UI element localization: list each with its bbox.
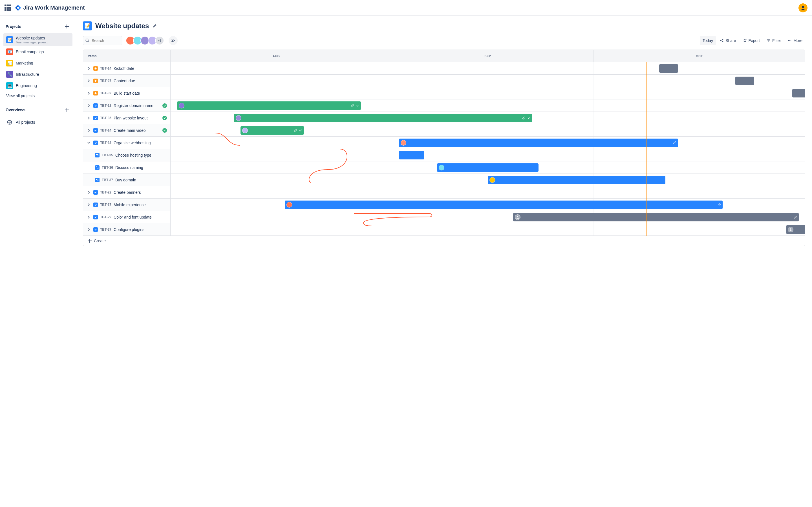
expand-toggle[interactable] xyxy=(87,203,91,206)
issue-summary[interactable]: Discuss naming xyxy=(115,165,143,170)
timeline-item-cell[interactable]: TBT-27Content due xyxy=(83,75,170,87)
expand-toggle[interactable] xyxy=(87,142,91,144)
issue-key[interactable]: TBT-14 xyxy=(100,128,111,132)
expand-toggle[interactable] xyxy=(87,67,91,70)
expand-toggle[interactable] xyxy=(87,216,91,219)
expand-toggle[interactable] xyxy=(87,117,91,119)
sidebar-item[interactable]: 📝 Website updatesTeam-managed project xyxy=(3,33,72,46)
expand-toggle[interactable] xyxy=(87,92,91,95)
issue-key[interactable]: TBT-35 xyxy=(100,116,111,120)
timeline-bar[interactable] xyxy=(177,101,361,110)
app-switcher-icon[interactable] xyxy=(4,4,11,11)
timeline-bar[interactable] xyxy=(241,126,304,135)
timeline-item-cell[interactable]: TBT-29Color and font update xyxy=(83,211,170,223)
timeline-chart-cell[interactable] xyxy=(170,186,805,198)
timeline-bar[interactable] xyxy=(659,64,678,73)
expand-toggle[interactable] xyxy=(87,104,91,107)
timeline-item-cell[interactable]: TBT-37Buy domain xyxy=(83,174,170,186)
add-people-button[interactable] xyxy=(168,36,177,45)
timeline-chart-cell[interactable] xyxy=(170,136,805,149)
export-button[interactable]: Export xyxy=(740,36,763,45)
sidebar-item[interactable]: 📊 Marketing xyxy=(3,57,72,69)
timeline-item-cell[interactable]: TBT-17Mobile experience xyxy=(83,199,170,211)
issue-key[interactable]: TBT-22 xyxy=(100,190,111,194)
timeline-item-cell[interactable]: TBT-12Register domain name xyxy=(83,100,170,112)
issue-key[interactable]: TBT-37 xyxy=(102,178,113,182)
issue-key[interactable]: TBT-32 xyxy=(100,91,111,95)
timeline-item-cell[interactable]: TBT-27Configure plugins xyxy=(83,223,170,235)
create-issue-button[interactable]: Create xyxy=(83,236,805,246)
issue-summary[interactable]: Build start date xyxy=(114,91,140,96)
timeline-chart-cell[interactable] xyxy=(170,174,805,186)
timeline-item-cell[interactable]: TBT-33Organize webhosting xyxy=(83,136,170,149)
timeline-chart-cell[interactable] xyxy=(170,87,805,99)
sidebar-item-all-projects[interactable]: All projects xyxy=(3,117,72,128)
add-project-button[interactable] xyxy=(63,23,70,30)
today-button[interactable]: Today xyxy=(700,36,716,45)
timeline-chart-cell[interactable] xyxy=(170,223,805,235)
timeline-chart-cell[interactable] xyxy=(170,124,805,136)
issue-summary[interactable]: Mobile experience xyxy=(114,203,146,207)
timeline-item-cell[interactable]: TBT-14Kickoff date xyxy=(83,62,170,74)
assignee-filter-avatars[interactable]: +3 xyxy=(126,36,164,45)
timeline-chart-cell[interactable] xyxy=(170,112,805,124)
share-button[interactable]: Share xyxy=(717,36,739,45)
timeline-chart-cell[interactable] xyxy=(170,199,805,211)
timeline-bar[interactable] xyxy=(488,176,665,184)
expand-toggle[interactable] xyxy=(87,129,91,132)
issue-key[interactable]: TBT-27 xyxy=(100,79,111,83)
timeline-chart-cell[interactable] xyxy=(170,75,805,87)
timeline-bar[interactable] xyxy=(234,114,532,122)
sidebar-item[interactable]: 🔧 Infrastructure xyxy=(3,69,72,80)
timeline-bar[interactable] xyxy=(513,213,799,221)
timeline-bar[interactable] xyxy=(399,138,678,147)
issue-key[interactable]: TBT-17 xyxy=(100,203,111,207)
timeline-item-cell[interactable]: TBT-35Choose hosting type xyxy=(83,149,170,161)
issue-summary[interactable]: Create banners xyxy=(114,190,141,194)
issue-summary[interactable]: Buy domain xyxy=(115,178,136,182)
timeline-bar[interactable] xyxy=(792,89,805,98)
timeline-bar[interactable] xyxy=(786,225,806,234)
issue-key[interactable]: TBT-12 xyxy=(100,104,111,108)
issue-summary[interactable]: Kickoff date xyxy=(114,66,134,71)
timeline-chart-cell[interactable] xyxy=(170,161,805,173)
app-logo[interactable]: Jira Work Management xyxy=(15,4,85,11)
timeline-chart-cell[interactable] xyxy=(170,100,805,112)
view-all-projects-link[interactable]: View all projects xyxy=(3,91,72,100)
timeline-item-cell[interactable]: TBT-14Create main video xyxy=(83,124,170,136)
timeline-item-cell[interactable]: TBT-32Build start date xyxy=(83,87,170,99)
timeline-chart-cell[interactable] xyxy=(170,149,805,161)
timeline-item-cell[interactable]: TBT-22Create banners xyxy=(83,186,170,198)
timeline-chart-cell[interactable] xyxy=(170,62,805,74)
expand-toggle[interactable] xyxy=(87,191,91,194)
timeline-bar[interactable] xyxy=(399,151,424,159)
issue-summary[interactable]: Content due xyxy=(114,78,135,83)
issue-key[interactable]: TBT-14 xyxy=(100,66,111,70)
filter-button[interactable]: Filter xyxy=(764,36,784,45)
issue-key[interactable]: TBT-27 xyxy=(100,228,111,231)
expand-toggle[interactable] xyxy=(87,79,91,82)
sidebar-item[interactable]: 💻 Engineering xyxy=(3,80,72,91)
issue-summary[interactable]: Register domain name xyxy=(114,103,153,108)
issue-key[interactable]: TBT-35 xyxy=(102,153,113,157)
sidebar-item[interactable]: 📧 Email campaign xyxy=(3,46,72,57)
issue-key[interactable]: TBT-36 xyxy=(102,166,113,170)
timeline-bar[interactable] xyxy=(437,163,539,172)
timeline-bar[interactable] xyxy=(285,201,723,209)
issue-summary[interactable]: Color and font update xyxy=(114,215,152,219)
issue-summary[interactable]: Organize webhosting xyxy=(114,140,151,145)
expand-toggle[interactable] xyxy=(87,228,91,231)
timeline-chart-cell[interactable] xyxy=(170,211,805,223)
avatar-overflow[interactable]: +3 xyxy=(155,36,164,45)
issue-summary[interactable]: Configure plugins xyxy=(114,227,144,232)
issue-summary[interactable]: Create main video xyxy=(114,128,146,133)
profile-avatar[interactable] xyxy=(799,3,808,12)
issue-summary[interactable]: Plan website layout xyxy=(114,116,148,120)
issue-summary[interactable]: Choose hosting type xyxy=(115,153,151,158)
issue-key[interactable]: TBT-33 xyxy=(100,141,111,145)
timeline-item-cell[interactable]: TBT-36Discuss naming xyxy=(83,161,170,173)
more-button[interactable]: More xyxy=(785,36,805,45)
edit-title-icon[interactable] xyxy=(152,23,157,29)
timeline-item-cell[interactable]: TBT-35Plan website layout xyxy=(83,112,170,124)
issue-key[interactable]: TBT-29 xyxy=(100,215,111,219)
